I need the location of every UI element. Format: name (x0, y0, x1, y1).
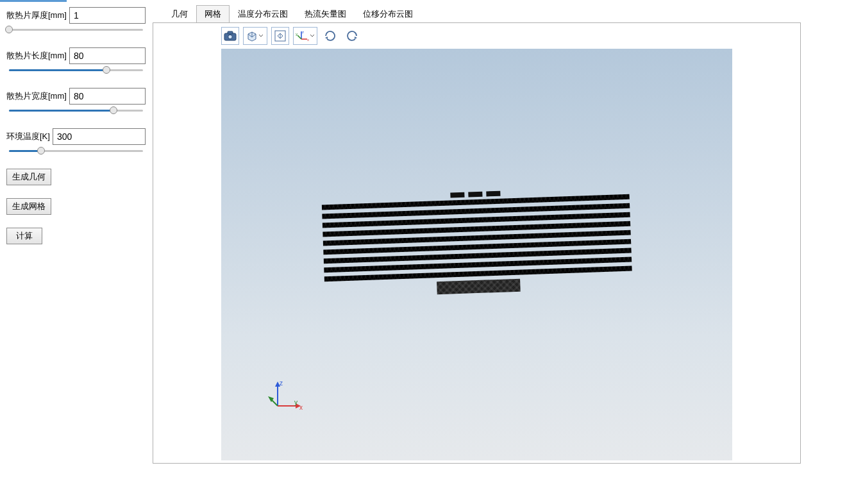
viewer-frame: zxy (153, 22, 801, 464)
rotate-cw-icon[interactable] (321, 27, 339, 45)
param-amb-temp-label: 环境温度[K] (6, 131, 50, 142)
param-length-input[interactable] (69, 47, 146, 64)
tab-heatflux[interactable]: 热流矢量图 (296, 5, 355, 22)
param-amb-temp: 环境温度[K] (6, 128, 146, 155)
generate-geometry-button[interactable]: 生成几何 (6, 169, 51, 185)
param-thickness: 散热片厚度[mm] (6, 7, 146, 33)
param-thickness-input[interactable] (69, 7, 146, 24)
rotate-ccw-icon[interactable] (343, 27, 361, 45)
axes-icon[interactable]: zxy (293, 27, 317, 45)
svg-text:y: y (296, 32, 298, 36)
param-length: 散热片长度[mm] (6, 47, 146, 74)
y-axis-label: y (294, 399, 298, 406)
svg-line-12 (298, 35, 301, 39)
param-width-input[interactable] (69, 88, 146, 105)
svg-text:x: x (307, 38, 309, 42)
generate-mesh-button[interactable]: 生成网格 (6, 198, 51, 215)
param-width-slider[interactable] (6, 106, 146, 114)
x-axis-label: x (299, 404, 303, 411)
param-length-label: 散热片长度[mm] (6, 50, 67, 62)
mesh-viewport[interactable]: z x y (221, 49, 732, 460)
svg-text:z: z (302, 30, 304, 34)
z-axis-label: z (280, 380, 283, 387)
param-thickness-slider[interactable] (6, 26, 146, 33)
viewer-toolbar: zxy (153, 23, 800, 49)
cube-view-icon[interactable] (243, 27, 267, 45)
compute-button[interactable]: 计算 (6, 228, 42, 244)
result-tabs: 几何 网格 温度分布云图 热流矢量图 位移分布云图 (153, 6, 847, 22)
fit-view-icon[interactable] (271, 27, 289, 45)
camera-icon[interactable] (221, 27, 239, 45)
parameter-sidebar: 散热片厚度[mm] 散热片长度[mm] 散热片宽度[ (0, 2, 153, 504)
svg-point-2 (228, 35, 232, 38)
param-length-slider[interactable] (6, 66, 146, 74)
tab-displacement[interactable]: 位移分布云图 (355, 5, 421, 22)
tab-temperature[interactable]: 温度分布云图 (230, 5, 296, 22)
heatsink-mesh (321, 186, 632, 298)
param-thickness-label: 散热片厚度[mm] (6, 10, 67, 21)
param-amb-temp-slider[interactable] (6, 147, 146, 155)
axis-triad: z x y (266, 379, 305, 419)
content-pane: 几何 网格 温度分布云图 热流矢量图 位移分布云图 zxy (153, 2, 847, 504)
tab-geometry[interactable]: 几何 (163, 5, 196, 22)
svg-marker-15 (355, 37, 357, 39)
svg-rect-1 (228, 31, 233, 34)
svg-marker-14 (325, 37, 328, 39)
param-amb-temp-input[interactable] (53, 128, 146, 145)
tab-mesh[interactable]: 网格 (196, 5, 230, 22)
param-width: 散热片宽度[mm] (6, 88, 146, 114)
param-width-label: 散热片宽度[mm] (6, 90, 67, 102)
